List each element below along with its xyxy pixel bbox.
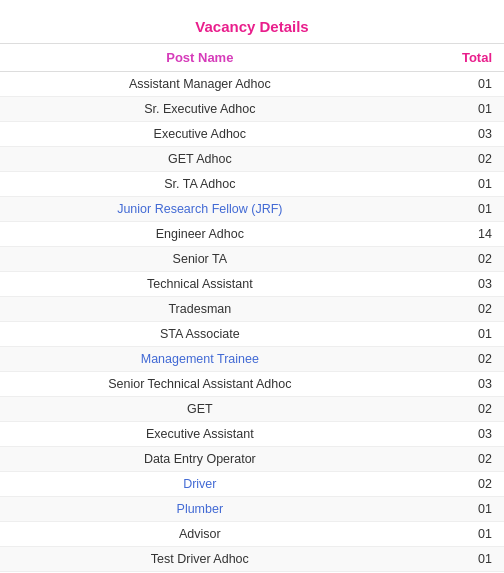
total-header: Total [400,44,504,72]
post-name-cell: Plumber [0,497,400,522]
total-cell: 03 [400,122,504,147]
post-name-cell: Tradesman [0,297,400,322]
table-row: Assistant Manager Adhoc01 [0,72,504,97]
total-cell: 02 [400,472,504,497]
table-row: Driver02 [0,472,504,497]
post-name-cell: Data Entry Operator [0,447,400,472]
total-cell: 03 [400,372,504,397]
table-body: Assistant Manager Adhoc01Sr. Executive A… [0,72,504,574]
total-cell: 02 [400,147,504,172]
table-row: GET Adhoc02 [0,147,504,172]
total-cell: 01 [400,522,504,547]
total-cell: 01 [400,547,504,572]
total-cell: 02 [400,397,504,422]
total-cell: 01 [400,72,504,97]
total-cell: 02 [400,247,504,272]
table-row: Senior TA02 [0,247,504,272]
post-name-cell: Test Driver Adhoc [0,547,400,572]
post-name-cell: Engineer Adhoc [0,222,400,247]
total-cell: 14 [400,222,504,247]
table-row: STA Associate01 [0,322,504,347]
post-name-cell: Senior Technical Assistant Adhoc [0,372,400,397]
table-row: Executive Assistant03 [0,422,504,447]
total-cell: 01 [400,197,504,222]
table-row: Advisor01 [0,522,504,547]
post-name-cell: Management Trainee [0,347,400,372]
table-row: Executive Adhoc03 [0,122,504,147]
table-row: Sr. TA Adhoc01 [0,172,504,197]
table-row: Engineer Adhoc14 [0,222,504,247]
vacancy-table: Post Name Total Assistant Manager Adhoc0… [0,43,504,573]
post-name-header: Post Name [0,44,400,72]
total-cell: 02 [400,447,504,472]
page-title: Vacancy Details [0,10,504,43]
post-name-cell: Sr. TA Adhoc [0,172,400,197]
vacancy-details-container: Vacancy Details Post Name Total Assistan… [0,0,504,573]
total-cell: 03 [400,272,504,297]
table-row: Technical Assistant03 [0,272,504,297]
total-cell: 01 [400,497,504,522]
table-row: Management Trainee02 [0,347,504,372]
post-name-cell: GET [0,397,400,422]
table-row: Tradesman02 [0,297,504,322]
post-name-cell: Sr. Executive Adhoc [0,97,400,122]
table-row: Plumber01 [0,497,504,522]
total-cell: 03 [400,422,504,447]
post-name-cell: GET Adhoc [0,147,400,172]
post-name-cell: Driver [0,472,400,497]
post-name-cell: Advisor [0,522,400,547]
table-row: Data Entry Operator02 [0,447,504,472]
table-row: Junior Research Fellow (JRF)01 [0,197,504,222]
table-row: Sr. Executive Adhoc01 [0,97,504,122]
post-name-cell: Senior TA [0,247,400,272]
table-row: GET02 [0,397,504,422]
total-cell: 01 [400,97,504,122]
table-header-row: Post Name Total [0,44,504,72]
post-name-cell: Junior Research Fellow (JRF) [0,197,400,222]
post-name-cell: Assistant Manager Adhoc [0,72,400,97]
post-name-cell: Technical Assistant [0,272,400,297]
post-name-cell: Executive Assistant [0,422,400,447]
total-cell: 01 [400,322,504,347]
post-name-cell: Executive Adhoc [0,122,400,147]
post-name-cell: STA Associate [0,322,400,347]
table-row: Test Driver Adhoc01 [0,547,504,572]
total-cell: 02 [400,297,504,322]
total-cell: 01 [400,172,504,197]
total-cell: 02 [400,347,504,372]
table-row: Senior Technical Assistant Adhoc03 [0,372,504,397]
